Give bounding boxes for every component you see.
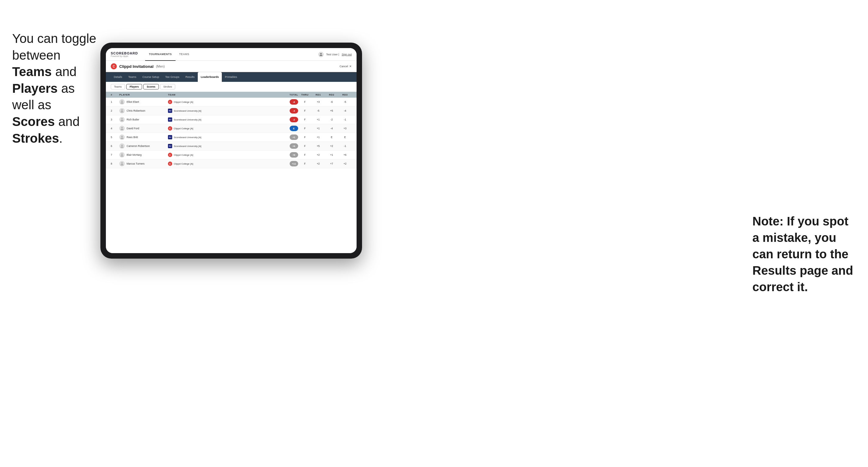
table-row: 4 David Ford C Clippd College [A] E F +1… <box>106 124 356 133</box>
player-avatar <box>119 99 125 105</box>
left-annotation-text: You can toggle between Teams and Players… <box>12 31 96 146</box>
team-cell: C Clippd College [A] <box>168 100 280 104</box>
team-name: Clippd College [A] <box>174 101 193 103</box>
table-row: 1 Elliot Ebert C Clippd College [A] -8 F… <box>106 98 356 106</box>
thru-value: F <box>298 162 312 165</box>
team-logo-s: SU <box>168 108 172 113</box>
rd3-value: -1 <box>338 118 352 121</box>
rd3-value: E <box>338 136 352 139</box>
thru-value: F <box>298 118 312 121</box>
tab-course-setup[interactable]: Course Setup <box>140 72 162 82</box>
player-avatar <box>119 161 125 166</box>
score-badge: -2 <box>290 117 298 122</box>
row-rank: 2 <box>111 109 119 112</box>
team-cell: C Clippd College [A] <box>168 126 280 130</box>
team-cell: C Clippd College [A] <box>168 161 280 166</box>
toggle-scores[interactable]: Scores <box>143 84 158 89</box>
rd1-value: +2 <box>312 153 325 156</box>
team-name: Clippd College [A] <box>174 154 193 156</box>
svg-point-9 <box>121 162 123 164</box>
team-cell: C Clippd College [A] <box>168 153 280 157</box>
tab-details[interactable]: Details <box>111 72 125 82</box>
score-badge: +8 <box>290 152 298 158</box>
table-header: # PLAYER TEAM TOTAL THRU RD1 RD2 RD3 <box>106 92 356 98</box>
player-cell: David Ford <box>119 126 168 131</box>
player-avatar <box>119 134 125 140</box>
player-cell: Marcus Turners <box>119 161 168 166</box>
toggle-players[interactable]: Players <box>126 84 142 89</box>
score-badge: -8 <box>290 99 298 105</box>
team-name: Scoreboard University [A] <box>174 110 202 112</box>
right-annotation: Note: If you spot a mistake, you can ret… <box>752 213 856 295</box>
row-rank: 8 <box>111 162 119 165</box>
rd2-value: -2 <box>325 118 338 121</box>
table-body: 1 Elliot Ebert C Clippd College [A] -8 F… <box>106 98 356 168</box>
rd2-value: +2 <box>325 145 338 148</box>
table-row: 3 Rich Butler SU Scoreboard University [… <box>106 115 356 124</box>
player-name: Elliot Ebert <box>127 100 139 103</box>
player-name: Cameron Robertson <box>127 145 150 148</box>
player-cell: Rees Britt <box>119 134 168 140</box>
table-row: 6 Cameron Robertson SU Scoreboard Univer… <box>106 142 356 151</box>
team-name: Clippd College [A] <box>174 162 193 165</box>
rd2-value: -4 <box>325 127 338 130</box>
thru-value: F <box>298 136 312 139</box>
logo-sub: Powered by clippd <box>111 55 138 57</box>
rd3-value: -5 <box>338 100 352 103</box>
svg-point-3 <box>121 110 123 111</box>
tab-tee-groups[interactable]: Tee Groups <box>162 72 183 82</box>
cancel-label: Cancel <box>340 65 348 68</box>
tab-bar: Details Teams Course Setup Tee Groups Re… <box>106 72 356 82</box>
score-total-cell: -8 <box>280 99 298 105</box>
toggle-teams[interactable]: Teams <box>111 84 125 89</box>
rd1-value: +1 <box>312 136 325 139</box>
tab-teams[interactable]: Teams <box>125 72 140 82</box>
player-name: Chris Robertson <box>127 109 145 112</box>
tab-results[interactable]: Results <box>183 72 198 82</box>
tablet-screen: SCOREBOARD Powered by clippd TOURNAMENTS… <box>106 48 356 253</box>
col-rd1: RD1 <box>312 93 325 96</box>
tab-printables[interactable]: Printables <box>222 72 240 82</box>
user-label: Test User | <box>326 53 339 56</box>
rd1-value: +5 <box>312 145 325 148</box>
nav-link-tournaments[interactable]: TOURNAMENTS <box>145 48 175 61</box>
col-player: PLAYER <box>119 93 168 96</box>
nav-link-teams[interactable]: TEAMS <box>176 48 193 61</box>
table-row: 8 Marcus Turners C Clippd College [A] +1… <box>106 159 356 168</box>
tournament-name: Clippd Invitational <box>119 64 154 69</box>
row-rank: 4 <box>111 127 119 130</box>
logo-area: SCOREBOARD Powered by clippd <box>111 52 138 57</box>
player-name: Rees Britt <box>127 136 138 139</box>
team-name: Scoreboard University [A] <box>174 118 202 121</box>
player-avatar <box>119 152 125 158</box>
player-avatar <box>119 143 125 149</box>
score-total-cell: -2 <box>280 117 298 122</box>
thru-value: F <box>298 109 312 112</box>
team-name: Scoreboard University [A] <box>174 136 202 139</box>
rd1-value: +2 <box>312 162 325 165</box>
score-badge: +11 <box>290 161 298 166</box>
svg-point-6 <box>121 136 123 137</box>
col-rd3: RD3 <box>338 93 352 96</box>
thru-value: F <box>298 127 312 130</box>
tournament-gender: (Men) <box>156 64 165 68</box>
toggle-row: Teams Players Scores Strokes <box>106 82 356 92</box>
team-logo-s: SU <box>168 144 172 148</box>
team-name: Clippd College [A] <box>174 127 193 130</box>
team-cell: SU Scoreboard University [A] <box>168 135 280 139</box>
score-badge: +6 <box>290 143 298 149</box>
score-total-cell: +8 <box>280 152 298 158</box>
rd2-value: +1 <box>325 153 338 156</box>
svg-point-2 <box>121 101 123 102</box>
row-rank: 1 <box>111 100 119 103</box>
team-logo-c: C <box>168 100 172 104</box>
row-rank: 6 <box>111 145 119 148</box>
rd1-value: +3 <box>312 100 325 103</box>
sign-out-link[interactable]: Sign out <box>342 53 352 56</box>
toggle-strokes[interactable]: Strokes <box>160 84 176 89</box>
team-name: Scoreboard University [A] <box>174 145 202 148</box>
svg-point-4 <box>121 118 123 120</box>
player-cell: Rich Butler <box>119 117 168 122</box>
tab-leaderboards[interactable]: Leaderboards <box>198 72 222 82</box>
cancel-button[interactable]: Cancel ✕ <box>340 65 352 68</box>
